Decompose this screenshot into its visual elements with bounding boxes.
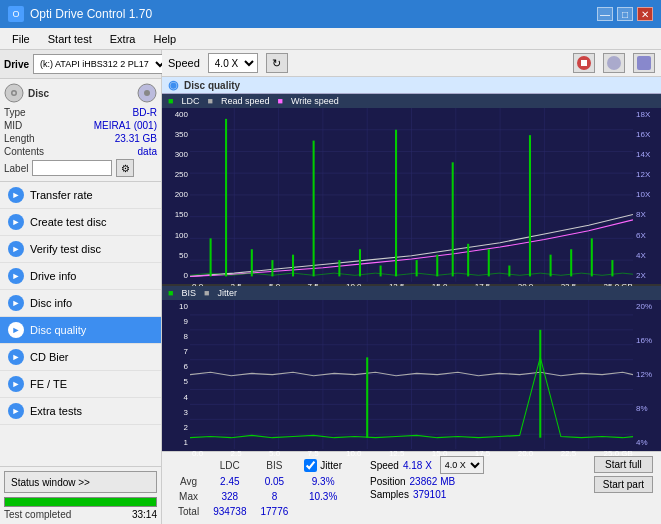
status-btn-label: Status window >>	[11, 477, 90, 488]
svg-rect-8	[637, 56, 651, 70]
sidebar-item-create-test-disc[interactable]: ► Create test disc	[0, 209, 161, 236]
samples-value: 379101	[413, 489, 446, 500]
create-test-disc-icon: ►	[8, 214, 24, 230]
drive-info-icon: ►	[8, 268, 24, 284]
disc-label-row: Label ⚙	[4, 159, 157, 177]
minimize-button[interactable]: —	[597, 7, 613, 21]
disc-contents-row: Contents data	[4, 146, 157, 157]
speed-info: Speed 4.18 X 4.0 X Position 23862 MB Sam…	[370, 456, 484, 500]
app-icon: O	[8, 6, 24, 22]
progress-fill	[5, 498, 156, 506]
sidebar-item-extra-tests[interactable]: ► Extra tests	[0, 398, 161, 425]
svg-point-7	[607, 56, 621, 70]
speed-btn2[interactable]	[603, 53, 625, 73]
upper-chart-body: 400 350 300 250 200 150 100 50 0	[162, 108, 661, 282]
svg-point-4	[144, 90, 150, 96]
stats-ldc-header: LDC	[207, 458, 252, 473]
status-footer: Test completed 33:14	[4, 509, 157, 520]
nav-items: ► Transfer rate ► Create test disc ► Ver…	[0, 182, 161, 466]
stats-avg-jitter: 9.3%	[296, 475, 348, 488]
speed-label: Speed	[168, 57, 200, 69]
position-label: Position	[370, 476, 406, 487]
disc-length-row: Length 23.31 GB	[4, 133, 157, 144]
svg-rect-6	[581, 60, 587, 66]
jitter-checkbox[interactable]	[304, 459, 317, 472]
status-text: Test completed	[4, 509, 71, 520]
disc-label-input[interactable]	[32, 160, 112, 176]
svg-point-2	[13, 92, 16, 95]
disc-type-row: Type BD-R	[4, 107, 157, 118]
create-test-disc-label: Create test disc	[30, 216, 106, 228]
menu-file[interactable]: File	[4, 31, 38, 47]
main-layout: Drive (k:) ATAPI iHBS312 2 PL17 ⏏ Disc	[0, 50, 661, 524]
transfer-rate-icon: ►	[8, 187, 24, 203]
disc-info-label: Disc info	[30, 297, 72, 309]
jitter-label: Jitter	[320, 460, 342, 471]
lower-chart-svg-container	[190, 300, 633, 449]
menu-help[interactable]: Help	[145, 31, 184, 47]
upper-y-labels-left: 400 350 300 250 200 150 100 50 0	[162, 108, 190, 282]
disc-quality-label: Disc quality	[30, 324, 86, 336]
cd-bier-icon: ►	[8, 349, 24, 365]
menu-start-test[interactable]: Start test	[40, 31, 100, 47]
speed-btn3[interactable]	[633, 53, 655, 73]
start-full-button[interactable]: Start full	[594, 456, 653, 473]
sidebar-item-transfer-rate[interactable]: ► Transfer rate	[0, 182, 161, 209]
stats-total-label: Total	[172, 505, 205, 518]
speed-info-value: 4.18 X	[403, 460, 432, 471]
speed-info-select[interactable]: 4.0 X	[440, 456, 484, 474]
disc-icon	[4, 83, 24, 103]
disc-mid-value: MEIRA1 (001)	[94, 120, 157, 131]
transfer-rate-label: Transfer rate	[30, 189, 93, 201]
action-buttons: Start full Start part	[594, 456, 653, 493]
progress-bar	[4, 497, 157, 507]
disc-length-value: 23.31 GB	[115, 133, 157, 144]
disc-contents-label: Contents	[4, 146, 44, 157]
sidebar-item-verify-test-disc[interactable]: ► Verify test disc	[0, 236, 161, 263]
sidebar-item-disc-quality[interactable]: ► Disc quality	[0, 317, 161, 344]
content-area: Speed 4.0 X ↻ ◉ Disc quality	[162, 50, 661, 524]
sidebar-item-cd-bier[interactable]: ► CD Bier	[0, 344, 161, 371]
bis-legend-dot: ■	[168, 288, 173, 298]
stats-max-bis: 8	[255, 490, 295, 503]
ldc-legend-label: LDC	[181, 96, 199, 106]
stats-total-ldc: 934738	[207, 505, 252, 518]
verify-test-disc-label: Verify test disc	[30, 243, 101, 255]
disc-label-btn[interactable]: ⚙	[116, 159, 134, 177]
disc-type-label: Type	[4, 107, 26, 118]
speed-select[interactable]: 4.0 X	[208, 53, 258, 73]
start-part-button[interactable]: Start part	[594, 476, 653, 493]
close-button[interactable]: ✕	[637, 7, 653, 21]
upper-chart-svg	[190, 108, 633, 282]
drive-select[interactable]: (k:) ATAPI iHBS312 2 PL17	[33, 54, 169, 74]
sidebar-item-fe-te[interactable]: ► FE / TE	[0, 371, 161, 398]
menu-extra[interactable]: Extra	[102, 31, 144, 47]
sidebar-item-disc-info[interactable]: ► Disc info	[0, 290, 161, 317]
dq-title: Disc quality	[184, 80, 240, 91]
speed-btn1[interactable]	[573, 53, 595, 73]
speed-refresh-btn[interactable]: ↻	[266, 53, 288, 73]
drive-row: Drive (k:) ATAPI iHBS312 2 PL17 ⏏	[0, 50, 161, 79]
disc-quality-header: ◉ Disc quality	[162, 77, 661, 94]
app-title: Opti Drive Control 1.70	[30, 7, 152, 21]
jitter-legend-label: Jitter	[217, 288, 237, 298]
drive-info-label: Drive info	[30, 270, 76, 282]
status-window-btn[interactable]: Status window >>	[4, 471, 157, 493]
disc-contents-value: data	[138, 146, 157, 157]
disc-quality-icon: ►	[8, 322, 24, 338]
drive-label: Drive	[4, 59, 29, 70]
upper-y-labels-right: 18X 16X 14X 12X 10X 8X 6X 4X 2X	[633, 108, 661, 282]
disc-label-label: Label	[4, 163, 28, 174]
stats-avg-ldc: 2.45	[207, 475, 252, 488]
disc-panel: Disc Type BD-R MID MEIRA1 (001) Length 2…	[0, 79, 161, 182]
maximize-button[interactable]: □	[617, 7, 633, 21]
sidebar-item-drive-info[interactable]: ► Drive info	[0, 263, 161, 290]
ldc-legend-dot: ■	[168, 96, 173, 106]
extra-tests-label: Extra tests	[30, 405, 82, 417]
readspeed-legend-label: Read speed	[221, 96, 270, 106]
window-controls: — □ ✕	[597, 7, 653, 21]
disc-mid-label: MID	[4, 120, 22, 131]
lower-chart-legend: ■ BIS ■ Jitter	[162, 286, 661, 300]
stats-bis-header: BIS	[255, 458, 295, 473]
speed-info-label: Speed	[370, 460, 399, 471]
